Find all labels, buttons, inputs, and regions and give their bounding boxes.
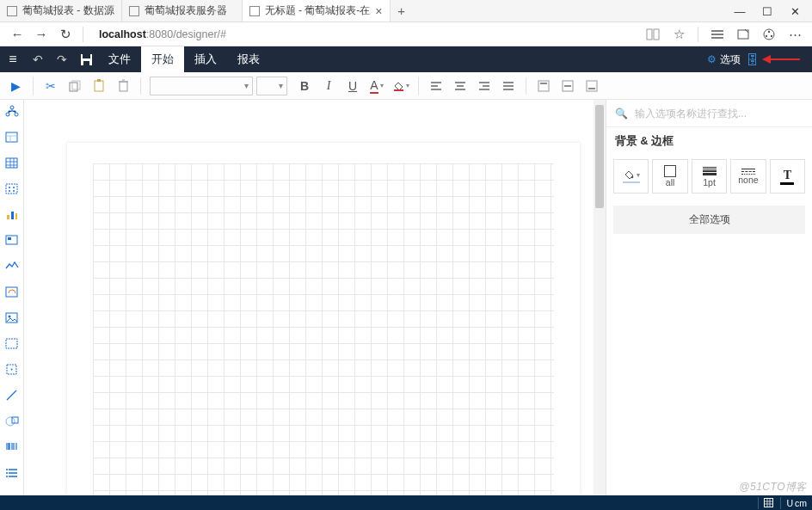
list-icon[interactable]: [3, 464, 22, 480]
section-title: 背景 & 边框: [606, 127, 812, 156]
align-center-button[interactable]: [449, 75, 471, 97]
vertical-scrollbar[interactable]: [594, 100, 606, 495]
minimize-button[interactable]: —: [726, 0, 754, 22]
datasource-button[interactable]: 🗄: [746, 52, 759, 67]
textbox-icon[interactable]: [3, 335, 22, 351]
bold-button[interactable]: B: [293, 75, 316, 97]
checkbox-icon[interactable]: [3, 361, 22, 377]
share-icon[interactable]: [759, 24, 779, 45]
new-tab-button[interactable]: +: [391, 3, 413, 18]
browser-address-bar: ← → ↻ localhost:8080/designer/# ☆ ⋯: [0, 22, 812, 46]
align-justify-button[interactable]: [497, 75, 520, 97]
align-right-button[interactable]: [473, 75, 495, 97]
sparkline-icon[interactable]: [3, 258, 22, 273]
svg-rect-23: [6, 158, 17, 168]
valign-top-button[interactable]: [532, 75, 555, 97]
preview-button[interactable]: ▶: [4, 75, 27, 97]
menu-insert[interactable]: 插入: [184, 46, 227, 72]
design-canvas[interactable]: [24, 100, 606, 495]
bucket-icon: [623, 169, 634, 180]
svg-point-21: [15, 113, 18, 116]
svg-point-40: [6, 417, 15, 426]
menu-report[interactable]: 报表: [227, 46, 270, 72]
border-all-icon: [664, 165, 676, 177]
image-icon[interactable]: [3, 310, 22, 325]
browser-tab-2[interactable]: 葡萄城报表服务器: [122, 0, 243, 22]
design-grid: [93, 163, 554, 495]
chart-icon[interactable]: [3, 206, 22, 222]
copy-button[interactable]: [64, 75, 86, 97]
component-form-icon[interactable]: [3, 129, 22, 144]
hub-lines-icon[interactable]: [707, 24, 728, 45]
delete-button[interactable]: [112, 75, 134, 97]
cut-button[interactable]: ✂: [40, 75, 62, 97]
back-button[interactable]: ←: [7, 24, 28, 45]
border-style-cell[interactable]: none: [730, 159, 766, 194]
fill-color-cell[interactable]: ▾: [613, 159, 649, 194]
notes-icon[interactable]: [733, 24, 754, 45]
border-style-label: none: [738, 175, 758, 185]
svg-point-4: [768, 30, 770, 32]
scrollbar-thumb[interactable]: [595, 105, 604, 208]
border-weight-cell[interactable]: 1pt: [692, 159, 727, 194]
url-path: :8080/designer/#: [146, 28, 226, 40]
menu-file[interactable]: 文件: [98, 46, 141, 72]
line-icon[interactable]: [3, 387, 22, 402]
paste-button[interactable]: [88, 75, 110, 97]
underline-bar-icon: [780, 182, 794, 185]
svg-rect-22: [6, 132, 17, 142]
refresh-button[interactable]: ↻: [55, 24, 76, 45]
border-sides-cell[interactable]: all: [652, 159, 687, 194]
border-color-cell[interactable]: T: [770, 159, 805, 194]
svg-rect-9: [83, 61, 89, 65]
svg-point-44: [6, 476, 8, 477]
matrix-icon[interactable]: [3, 181, 22, 196]
svg-point-5: [766, 34, 767, 36]
italic-button[interactable]: I: [317, 75, 340, 97]
align-left-button[interactable]: [425, 75, 447, 97]
svg-point-19: [10, 106, 14, 109]
close-tab-icon[interactable]: ×: [375, 4, 382, 18]
unit-indicator[interactable]: U cm: [780, 497, 807, 509]
browser-tab-3-active[interactable]: 无标题 - 葡萄城报表-在 ×: [243, 0, 391, 22]
shape-icon[interactable]: [3, 413, 22, 428]
svg-rect-24: [6, 184, 17, 194]
menu-start-active[interactable]: 开始: [141, 46, 184, 72]
container-icon[interactable]: [3, 232, 22, 248]
fill-color-button[interactable]: [390, 75, 412, 97]
undo-button[interactable]: ↶: [26, 46, 50, 72]
unit-value: cm: [795, 498, 807, 508]
url-field[interactable]: localhost:8080/designer/#: [99, 28, 226, 40]
grid-toggle[interactable]: [758, 497, 773, 509]
browser-tab-1[interactable]: 葡萄城报表 - 数据源: [0, 0, 122, 22]
all-options-label: 全部选项: [689, 213, 730, 225]
underline-button[interactable]: U: [341, 75, 364, 97]
forward-button[interactable]: →: [31, 24, 52, 45]
valign-middle-button[interactable]: [557, 75, 579, 97]
all-options-button[interactable]: 全部选项: [613, 206, 805, 234]
reading-view-icon[interactable]: [643, 24, 663, 45]
options-button[interactable]: ⚙ 选项: [707, 52, 741, 67]
maximize-button[interactable]: ☐: [754, 0, 781, 22]
table-icon[interactable]: [3, 155, 22, 170]
divider: [698, 27, 698, 42]
close-window-button[interactable]: ✕: [781, 0, 809, 22]
hamburger-menu-icon[interactable]: ≡: [0, 46, 26, 72]
save-icon[interactable]: [74, 46, 98, 72]
redo-button[interactable]: ↷: [50, 46, 74, 72]
font-color-button[interactable]: A: [366, 75, 388, 97]
svg-point-20: [6, 113, 9, 116]
font-size-select[interactable]: ▾: [256, 77, 287, 95]
svg-point-45: [631, 176, 633, 179]
favorite-icon[interactable]: ☆: [668, 24, 689, 45]
hierarchy-icon[interactable]: [3, 103, 22, 119]
font-family-select[interactable]: ▾: [150, 77, 253, 95]
unit-label: U: [786, 498, 793, 508]
tab-label: 无标题 - 葡萄城报表-在: [265, 3, 371, 18]
valign-bottom-button[interactable]: [581, 75, 603, 97]
database-icon: 🗄: [746, 52, 759, 67]
gauge-icon[interactable]: [3, 284, 22, 299]
barcode-icon[interactable]: [3, 439, 22, 454]
property-search-input[interactable]: [633, 107, 803, 120]
more-icon[interactable]: ⋯: [784, 24, 805, 45]
